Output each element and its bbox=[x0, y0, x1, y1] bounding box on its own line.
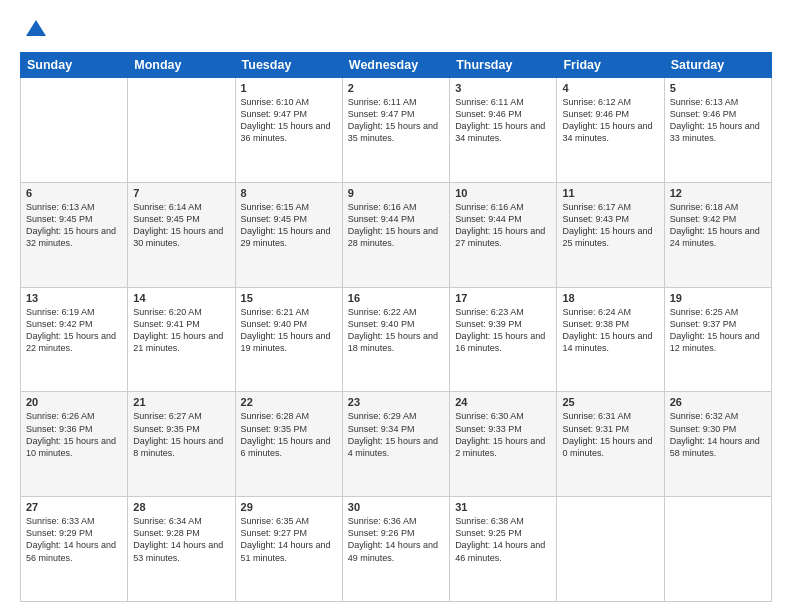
calendar-week-5: 27Sunrise: 6:33 AM Sunset: 9:29 PM Dayli… bbox=[21, 497, 772, 602]
day-content: Sunrise: 6:29 AM Sunset: 9:34 PM Dayligh… bbox=[348, 410, 444, 459]
calendar-cell: 28Sunrise: 6:34 AM Sunset: 9:28 PM Dayli… bbox=[128, 497, 235, 602]
calendar-header-row: SundayMondayTuesdayWednesdayThursdayFrid… bbox=[21, 53, 772, 78]
logo bbox=[20, 16, 50, 44]
day-content: Sunrise: 6:36 AM Sunset: 9:26 PM Dayligh… bbox=[348, 515, 444, 564]
day-content: Sunrise: 6:10 AM Sunset: 9:47 PM Dayligh… bbox=[241, 96, 337, 145]
day-content: Sunrise: 6:31 AM Sunset: 9:31 PM Dayligh… bbox=[562, 410, 658, 459]
day-content: Sunrise: 6:21 AM Sunset: 9:40 PM Dayligh… bbox=[241, 306, 337, 355]
calendar-cell: 25Sunrise: 6:31 AM Sunset: 9:31 PM Dayli… bbox=[557, 392, 664, 497]
day-number: 4 bbox=[562, 82, 658, 94]
calendar-cell: 2Sunrise: 6:11 AM Sunset: 9:47 PM Daylig… bbox=[342, 78, 449, 183]
calendar-cell: 14Sunrise: 6:20 AM Sunset: 9:41 PM Dayli… bbox=[128, 287, 235, 392]
header bbox=[20, 16, 772, 44]
logo-icon bbox=[22, 16, 50, 44]
day-content: Sunrise: 6:16 AM Sunset: 9:44 PM Dayligh… bbox=[455, 201, 551, 250]
day-content: Sunrise: 6:18 AM Sunset: 9:42 PM Dayligh… bbox=[670, 201, 766, 250]
day-number: 13 bbox=[26, 292, 122, 304]
day-number: 20 bbox=[26, 396, 122, 408]
day-content: Sunrise: 6:16 AM Sunset: 9:44 PM Dayligh… bbox=[348, 201, 444, 250]
day-content: Sunrise: 6:24 AM Sunset: 9:38 PM Dayligh… bbox=[562, 306, 658, 355]
day-number: 21 bbox=[133, 396, 229, 408]
day-content: Sunrise: 6:13 AM Sunset: 9:46 PM Dayligh… bbox=[670, 96, 766, 145]
day-content: Sunrise: 6:34 AM Sunset: 9:28 PM Dayligh… bbox=[133, 515, 229, 564]
calendar-cell: 31Sunrise: 6:38 AM Sunset: 9:25 PM Dayli… bbox=[450, 497, 557, 602]
calendar-cell: 16Sunrise: 6:22 AM Sunset: 9:40 PM Dayli… bbox=[342, 287, 449, 392]
calendar-cell: 29Sunrise: 6:35 AM Sunset: 9:27 PM Dayli… bbox=[235, 497, 342, 602]
day-content: Sunrise: 6:19 AM Sunset: 9:42 PM Dayligh… bbox=[26, 306, 122, 355]
calendar-cell: 3Sunrise: 6:11 AM Sunset: 9:46 PM Daylig… bbox=[450, 78, 557, 183]
day-content: Sunrise: 6:30 AM Sunset: 9:33 PM Dayligh… bbox=[455, 410, 551, 459]
calendar-week-3: 13Sunrise: 6:19 AM Sunset: 9:42 PM Dayli… bbox=[21, 287, 772, 392]
calendar-cell bbox=[557, 497, 664, 602]
day-number: 27 bbox=[26, 501, 122, 513]
day-number: 23 bbox=[348, 396, 444, 408]
calendar-cell: 19Sunrise: 6:25 AM Sunset: 9:37 PM Dayli… bbox=[664, 287, 771, 392]
day-number: 8 bbox=[241, 187, 337, 199]
calendar-cell bbox=[21, 78, 128, 183]
calendar-cell: 13Sunrise: 6:19 AM Sunset: 9:42 PM Dayli… bbox=[21, 287, 128, 392]
day-content: Sunrise: 6:17 AM Sunset: 9:43 PM Dayligh… bbox=[562, 201, 658, 250]
calendar-header-monday: Monday bbox=[128, 53, 235, 78]
calendar-cell: 1Sunrise: 6:10 AM Sunset: 9:47 PM Daylig… bbox=[235, 78, 342, 183]
calendar-header-tuesday: Tuesday bbox=[235, 53, 342, 78]
day-number: 14 bbox=[133, 292, 229, 304]
calendar-header-friday: Friday bbox=[557, 53, 664, 78]
calendar-cell: 12Sunrise: 6:18 AM Sunset: 9:42 PM Dayli… bbox=[664, 182, 771, 287]
day-number: 10 bbox=[455, 187, 551, 199]
day-number: 11 bbox=[562, 187, 658, 199]
calendar-cell: 10Sunrise: 6:16 AM Sunset: 9:44 PM Dayli… bbox=[450, 182, 557, 287]
day-content: Sunrise: 6:22 AM Sunset: 9:40 PM Dayligh… bbox=[348, 306, 444, 355]
day-number: 15 bbox=[241, 292, 337, 304]
day-content: Sunrise: 6:32 AM Sunset: 9:30 PM Dayligh… bbox=[670, 410, 766, 459]
calendar-cell: 11Sunrise: 6:17 AM Sunset: 9:43 PM Dayli… bbox=[557, 182, 664, 287]
calendar-cell: 8Sunrise: 6:15 AM Sunset: 9:45 PM Daylig… bbox=[235, 182, 342, 287]
calendar-cell: 4Sunrise: 6:12 AM Sunset: 9:46 PM Daylig… bbox=[557, 78, 664, 183]
day-content: Sunrise: 6:26 AM Sunset: 9:36 PM Dayligh… bbox=[26, 410, 122, 459]
calendar-cell: 5Sunrise: 6:13 AM Sunset: 9:46 PM Daylig… bbox=[664, 78, 771, 183]
calendar-cell: 30Sunrise: 6:36 AM Sunset: 9:26 PM Dayli… bbox=[342, 497, 449, 602]
day-number: 16 bbox=[348, 292, 444, 304]
day-content: Sunrise: 6:33 AM Sunset: 9:29 PM Dayligh… bbox=[26, 515, 122, 564]
calendar-week-4: 20Sunrise: 6:26 AM Sunset: 9:36 PM Dayli… bbox=[21, 392, 772, 497]
day-content: Sunrise: 6:14 AM Sunset: 9:45 PM Dayligh… bbox=[133, 201, 229, 250]
svg-marker-0 bbox=[26, 20, 46, 36]
calendar-header-thursday: Thursday bbox=[450, 53, 557, 78]
calendar-cell: 6Sunrise: 6:13 AM Sunset: 9:45 PM Daylig… bbox=[21, 182, 128, 287]
day-number: 1 bbox=[241, 82, 337, 94]
day-number: 3 bbox=[455, 82, 551, 94]
calendar-cell: 23Sunrise: 6:29 AM Sunset: 9:34 PM Dayli… bbox=[342, 392, 449, 497]
day-content: Sunrise: 6:35 AM Sunset: 9:27 PM Dayligh… bbox=[241, 515, 337, 564]
day-content: Sunrise: 6:23 AM Sunset: 9:39 PM Dayligh… bbox=[455, 306, 551, 355]
day-number: 6 bbox=[26, 187, 122, 199]
calendar: SundayMondayTuesdayWednesdayThursdayFrid… bbox=[20, 52, 772, 602]
calendar-cell: 15Sunrise: 6:21 AM Sunset: 9:40 PM Dayli… bbox=[235, 287, 342, 392]
calendar-cell: 9Sunrise: 6:16 AM Sunset: 9:44 PM Daylig… bbox=[342, 182, 449, 287]
day-content: Sunrise: 6:11 AM Sunset: 9:47 PM Dayligh… bbox=[348, 96, 444, 145]
day-number: 22 bbox=[241, 396, 337, 408]
day-number: 9 bbox=[348, 187, 444, 199]
day-number: 19 bbox=[670, 292, 766, 304]
calendar-cell: 27Sunrise: 6:33 AM Sunset: 9:29 PM Dayli… bbox=[21, 497, 128, 602]
day-number: 28 bbox=[133, 501, 229, 513]
day-content: Sunrise: 6:11 AM Sunset: 9:46 PM Dayligh… bbox=[455, 96, 551, 145]
calendar-header-wednesday: Wednesday bbox=[342, 53, 449, 78]
day-number: 18 bbox=[562, 292, 658, 304]
page: SundayMondayTuesdayWednesdayThursdayFrid… bbox=[0, 0, 792, 612]
day-number: 7 bbox=[133, 187, 229, 199]
day-number: 2 bbox=[348, 82, 444, 94]
day-number: 31 bbox=[455, 501, 551, 513]
day-content: Sunrise: 6:20 AM Sunset: 9:41 PM Dayligh… bbox=[133, 306, 229, 355]
day-number: 5 bbox=[670, 82, 766, 94]
day-number: 12 bbox=[670, 187, 766, 199]
day-content: Sunrise: 6:13 AM Sunset: 9:45 PM Dayligh… bbox=[26, 201, 122, 250]
day-content: Sunrise: 6:25 AM Sunset: 9:37 PM Dayligh… bbox=[670, 306, 766, 355]
calendar-week-2: 6Sunrise: 6:13 AM Sunset: 9:45 PM Daylig… bbox=[21, 182, 772, 287]
calendar-cell bbox=[128, 78, 235, 183]
day-number: 26 bbox=[670, 396, 766, 408]
day-number: 29 bbox=[241, 501, 337, 513]
calendar-week-1: 1Sunrise: 6:10 AM Sunset: 9:47 PM Daylig… bbox=[21, 78, 772, 183]
day-content: Sunrise: 6:27 AM Sunset: 9:35 PM Dayligh… bbox=[133, 410, 229, 459]
calendar-cell: 18Sunrise: 6:24 AM Sunset: 9:38 PM Dayli… bbox=[557, 287, 664, 392]
day-number: 24 bbox=[455, 396, 551, 408]
day-number: 17 bbox=[455, 292, 551, 304]
